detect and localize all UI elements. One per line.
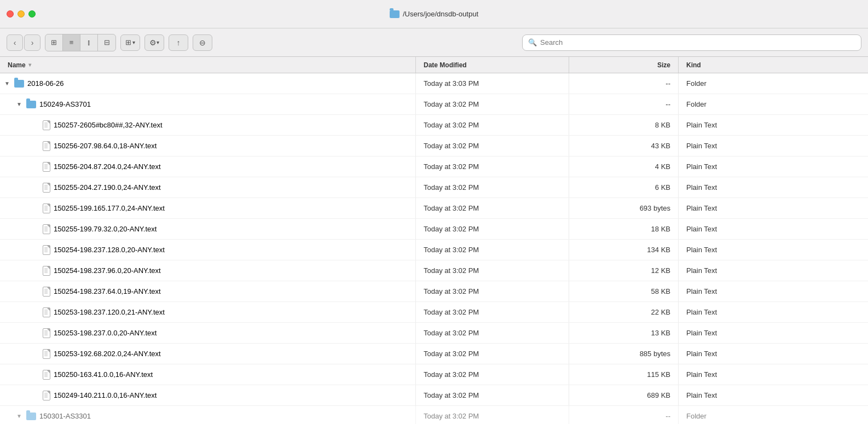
table-row[interactable]: 150256-204.87.204.0,24-ANY.textToday at … (0, 156, 868, 177)
tag-button[interactable]: ⊖ (193, 34, 212, 51)
table-row[interactable]: 150254-198.237.96.0,20-ANY.textToday at … (0, 260, 868, 281)
cell-size: 58 KB (569, 281, 679, 301)
table-row[interactable]: ▼150249-AS3701Today at 3:02 PM--Folder (0, 94, 868, 115)
group-chevron: ▾ (132, 39, 135, 45)
column-header-size[interactable]: Size (569, 57, 679, 73)
view-list-icon: ≡ (70, 38, 74, 47)
file-icon (43, 391, 50, 400)
table-row[interactable]: 150253-198.237.120.0,21-ANY.textToday at… (0, 302, 868, 323)
cell-name: 150250-163.41.0.0,16-ANY.text (0, 364, 416, 385)
cell-size: -- (569, 94, 679, 114)
cell-name: 150255-199.165.177.0,24-ANY.text (0, 198, 416, 218)
cell-size: -- (569, 73, 679, 94)
cell-kind: Plain Text (679, 260, 868, 281)
maximize-button[interactable] (28, 10, 36, 18)
table-row[interactable]: 150249-140.211.0.0,16-ANY.textToday at 3… (0, 385, 868, 406)
cell-kind: Folder (679, 406, 868, 424)
cell-date: Today at 3:02 PM (416, 115, 569, 135)
file-name: 150253-198.237.120.0,21-ANY.text (54, 308, 165, 316)
table-row[interactable]: 150257-2605#bc80##,32-ANY.textToday at 3… (0, 115, 868, 136)
cell-date: Today at 3:02 PM (416, 260, 569, 281)
cell-kind: Plain Text (679, 136, 868, 156)
forward-button[interactable]: › (24, 34, 40, 51)
folder-icon (26, 101, 36, 108)
gear-button[interactable]: ⚙ ▾ (144, 34, 164, 51)
nav-buttons: ‹ › (7, 34, 40, 51)
view-gallery-button[interactable]: ⊟ (98, 34, 115, 51)
view-icon-button[interactable]: ⊞ (45, 34, 63, 51)
cell-date: Today at 3:02 PM (416, 406, 569, 424)
cell-size: 134 KB (569, 240, 679, 260)
cell-date: Today at 3:02 PM (416, 240, 569, 260)
file-name: 2018-06-26 (27, 79, 64, 88)
disclosure-triangle[interactable]: ▼ (4, 80, 11, 86)
table-row[interactable]: 150253-198.237.0.0,20-ANY.textToday at 3… (0, 323, 868, 344)
folder-icon (14, 80, 24, 88)
cell-date: Today at 3:02 PM (416, 156, 569, 177)
window-title-text: /Users/joe/dnsdb-output (403, 10, 478, 18)
table-row[interactable]: 150254-198.237.128.0,20-ANY.textToday at… (0, 240, 868, 260)
table-row[interactable]: 150253-192.68.202.0,24-ANY.textToday at … (0, 344, 868, 364)
file-icon (43, 162, 50, 172)
table-row[interactable]: 150255-204.27.190.0,24-ANY.textToday at … (0, 177, 868, 198)
cell-date: Today at 3:02 PM (416, 198, 569, 218)
file-name: 150253-198.237.0.0,20-ANY.text (54, 329, 157, 337)
share-button[interactable]: ↑ (169, 34, 188, 51)
forward-icon: › (31, 38, 34, 47)
cell-date: Today at 3:02 PM (416, 136, 569, 156)
view-columns-icon: ⫿ (87, 38, 91, 47)
table-row[interactable]: 150255-199.165.177.0,24-ANY.textToday at… (0, 198, 868, 219)
cell-kind: Plain Text (679, 364, 868, 385)
file-icon (43, 224, 50, 234)
table-row[interactable]: 150256-207.98.64.0,18-ANY.textToday at 3… (0, 136, 868, 156)
column-header-name[interactable]: Name ▾ (0, 57, 416, 73)
file-name: 150249-AS3701 (39, 100, 91, 108)
view-list-button[interactable]: ≡ (63, 34, 80, 51)
cell-date: Today at 3:02 PM (416, 385, 569, 405)
view-buttons: ⊞ ≡ ⫿ ⊟ (45, 34, 116, 51)
cell-name: ▼150301-AS3301 (0, 406, 416, 424)
file-name: 150256-204.87.204.0,24-ANY.text (54, 162, 161, 171)
group-button[interactable]: ⊞ ▾ (120, 34, 140, 51)
cell-size: 22 KB (569, 302, 679, 322)
file-icon (43, 183, 50, 193)
cell-size: 115 KB (569, 364, 679, 385)
file-icon (43, 245, 50, 255)
view-columns-button[interactable]: ⫿ (80, 34, 98, 51)
toolbar: ‹ › ⊞ ≡ ⫿ ⊟ ⊞ ▾ ⚙ ▾ ↑ ⊖ 🔍 (0, 28, 868, 57)
table-row[interactable]: 150250-163.41.0.0,16-ANY.textToday at 3:… (0, 364, 868, 385)
disclosure-triangle[interactable]: ▼ (16, 413, 23, 419)
cell-name: 150249-140.211.0.0,16-ANY.text (0, 385, 416, 405)
cell-name: 150254-198.237.64.0,19-ANY.text (0, 281, 416, 301)
table-row[interactable]: ▼150301-AS3301Today at 3:02 PM--Folder (0, 406, 868, 424)
file-icon (43, 307, 50, 317)
traffic-lights (7, 10, 36, 18)
cell-name: 150255-204.27.190.0,24-ANY.text (0, 177, 416, 198)
cell-name: ▼150249-AS3701 (0, 94, 416, 114)
back-button[interactable]: ‹ (7, 34, 23, 51)
close-button[interactable] (7, 10, 14, 18)
table-row[interactable]: ▼2018-06-26Today at 3:03 PM--Folder (0, 73, 868, 94)
file-icon (43, 120, 50, 130)
cell-kind: Folder (679, 73, 868, 94)
cell-date: Today at 3:02 PM (416, 94, 569, 114)
cell-size: 885 bytes (569, 344, 679, 364)
disclosure-triangle[interactable]: ▼ (16, 101, 23, 107)
cell-kind: Plain Text (679, 219, 868, 239)
table-row[interactable]: 150254-198.237.64.0,19-ANY.textToday at … (0, 281, 868, 302)
cell-name: 150253-198.237.120.0,21-ANY.text (0, 302, 416, 322)
cell-name: 150253-198.237.0.0,20-ANY.text (0, 323, 416, 343)
search-input[interactable] (540, 38, 855, 47)
minimize-button[interactable] (18, 10, 25, 18)
column-header-date[interactable]: Date Modified (416, 57, 569, 73)
column-header-kind[interactable]: Kind (679, 57, 868, 73)
cell-date: Today at 3:02 PM (416, 177, 569, 198)
sort-chevron: ▾ (28, 62, 31, 68)
file-name: 150255-199.165.177.0,24-ANY.text (54, 204, 165, 212)
window-title: /Users/joe/dnsdb-output (390, 10, 478, 18)
cell-kind: Plain Text (679, 323, 868, 343)
table-row[interactable]: 150255-199.79.32.0,20-ANY.textToday at 3… (0, 219, 868, 240)
cell-name: 150256-207.98.64.0,18-ANY.text (0, 136, 416, 156)
tag-icon: ⊖ (199, 38, 206, 47)
group-icon: ⊞ (125, 38, 131, 47)
